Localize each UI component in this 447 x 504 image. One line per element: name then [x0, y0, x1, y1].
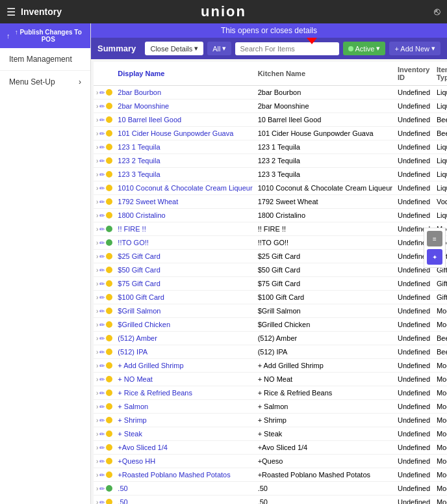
edit-icon[interactable]: ✏: [99, 144, 105, 151]
edit-icon[interactable]: ✏: [99, 431, 105, 438]
expand-icon[interactable]: ›: [96, 485, 98, 492]
edit-icon[interactable]: ✏: [99, 294, 105, 301]
inventory-id-cell: Undefined: [395, 127, 434, 140]
expand-icon[interactable]: ›: [96, 239, 98, 246]
inventory-id-cell: Undefined: [395, 195, 434, 209]
display-name-cell: $75 Gift Card: [115, 277, 255, 291]
kitchen-name-cell: (512) IPA: [255, 345, 395, 359]
status-dot-icon: [106, 267, 112, 273]
exit-icon[interactable]: ⎋: [434, 6, 441, 18]
expand-icon[interactable]: ›: [96, 376, 98, 383]
edit-icon[interactable]: ✏: [99, 198, 105, 206]
expand-icon[interactable]: ›: [96, 267, 98, 274]
edit-icon[interactable]: ✏: [99, 116, 105, 124]
expand-icon[interactable]: ›: [96, 362, 98, 369]
all-button[interactable]: All ▾: [207, 42, 231, 55]
add-new-button[interactable]: + Add New ▾: [389, 42, 441, 55]
edit-icon[interactable]: ✏: [99, 185, 105, 192]
active-button[interactable]: Active ▾: [343, 42, 386, 55]
expand-icon[interactable]: ›: [96, 390, 98, 397]
status-dot-icon: [106, 294, 112, 300]
expand-icon[interactable]: ›: [96, 294, 98, 301]
sidebar-item-menu-set-up[interactable]: Menu Set-Up ›: [0, 71, 90, 93]
kitchen-name-cell: $100 Gift Card: [255, 291, 395, 304]
expand-icon[interactable]: ›: [96, 335, 98, 342]
display-name-cell: + Shrimp: [115, 414, 255, 427]
edit-icon[interactable]: ✏: [99, 267, 105, 274]
edit-icon[interactable]: ✏: [99, 280, 105, 287]
hamburger-icon[interactable]: ☰: [6, 6, 16, 18]
edit-icon[interactable]: ✏: [99, 89, 105, 96]
edit-icon[interactable]: ✏: [99, 130, 105, 137]
close-details-button[interactable]: Close Details ▾: [145, 42, 203, 55]
expand-icon[interactable]: ›: [96, 212, 98, 219]
edit-icon[interactable]: ✏: [99, 349, 105, 356]
side-icon-button-2[interactable]: ✦: [427, 249, 442, 265]
expand-icon[interactable]: ›: [96, 308, 98, 315]
side-icon-button-1[interactable]: ≡: [427, 231, 442, 246]
chevron-right-icon: ›: [79, 77, 81, 86]
search-input[interactable]: [235, 42, 339, 55]
edit-icon[interactable]: ✏: [99, 403, 105, 410]
expand-icon[interactable]: ›: [96, 130, 98, 137]
sidebar-item-item-management[interactable]: Item Management: [0, 48, 90, 71]
table-row: › ✏ + Salmon + Salmon Undefined Modifier…: [94, 400, 447, 414]
edit-icon[interactable]: ✏: [99, 308, 105, 315]
kitchen-name-cell: + NO Meat: [255, 373, 395, 386]
inventory-id-cell: Undefined: [395, 441, 434, 455]
expand-icon[interactable]: ›: [96, 116, 98, 124]
expand-icon[interactable]: ›: [96, 321, 98, 328]
edit-icon[interactable]: ✏: [99, 321, 105, 328]
edit-icon[interactable]: ✏: [99, 239, 105, 246]
edit-icon[interactable]: ✏: [99, 212, 105, 219]
expand-icon[interactable]: ›: [96, 185, 98, 192]
th-inventory-id: InventoryID: [395, 62, 434, 86]
table-row: › ✏ 123 1 Tequila 123 1 Tequila Undefine…: [94, 140, 447, 154]
row-actions: › ✏: [94, 236, 115, 250]
status-dot-icon: [106, 157, 112, 164]
edit-icon[interactable]: ✏: [99, 253, 105, 260]
expand-icon[interactable]: ›: [96, 417, 98, 424]
publish-button[interactable]: ↑ ↑ Publish Changes To POS: [0, 23, 90, 48]
edit-icon[interactable]: ✏: [99, 417, 105, 424]
kitchen-name-cell: +Avo Sliced 1/4: [255, 441, 395, 455]
expand-icon[interactable]: ›: [96, 144, 98, 151]
table-row: › ✏ +Avo Sliced 1/4 +Avo Sliced 1/4 Unde…: [94, 441, 447, 455]
expand-icon[interactable]: ›: [96, 349, 98, 356]
edit-icon[interactable]: ✏: [99, 499, 105, 505]
edit-icon[interactable]: ✏: [99, 485, 105, 492]
expand-icon[interactable]: ›: [96, 198, 98, 206]
expand-icon[interactable]: ›: [96, 444, 98, 451]
edit-icon[interactable]: ✏: [99, 444, 105, 451]
edit-icon[interactable]: ✏: [99, 157, 105, 165]
edit-icon[interactable]: ✏: [99, 335, 105, 342]
edit-icon[interactable]: ✏: [99, 471, 105, 479]
edit-icon[interactable]: ✏: [99, 171, 105, 178]
expand-icon[interactable]: ›: [96, 171, 98, 178]
expand-icon[interactable]: ›: [96, 253, 98, 260]
kitchen-name-cell: 123 2 Tequila: [255, 154, 395, 168]
edit-icon[interactable]: ✏: [99, 362, 105, 369]
expand-icon[interactable]: ›: [96, 226, 98, 233]
expand-icon[interactable]: ›: [96, 458, 98, 465]
edit-icon[interactable]: ✏: [99, 376, 105, 383]
edit-icon[interactable]: ✏: [99, 226, 105, 233]
active-chevron-icon: ▾: [376, 44, 380, 53]
expand-icon[interactable]: ›: [96, 280, 98, 287]
edit-icon[interactable]: ✏: [99, 390, 105, 397]
expand-icon[interactable]: ›: [96, 403, 98, 410]
expand-icon[interactable]: ›: [96, 89, 98, 96]
display-name-cell: !! FIRE !!: [115, 222, 255, 236]
expand-icon[interactable]: ›: [96, 431, 98, 438]
status-dot-icon: [106, 144, 112, 150]
edit-icon[interactable]: ✏: [99, 103, 105, 110]
expand-icon[interactable]: ›: [96, 103, 98, 110]
status-dot-icon: [106, 308, 112, 314]
status-dot-icon: [106, 321, 112, 328]
expand-icon[interactable]: ›: [96, 499, 98, 505]
display-name-cell: 123 2 Tequila: [115, 154, 255, 168]
expand-icon[interactable]: ›: [96, 471, 98, 479]
edit-icon[interactable]: ✏: [99, 458, 105, 465]
expand-icon[interactable]: ›: [96, 157, 98, 165]
kitchen-name-cell: + Steak: [255, 427, 395, 441]
